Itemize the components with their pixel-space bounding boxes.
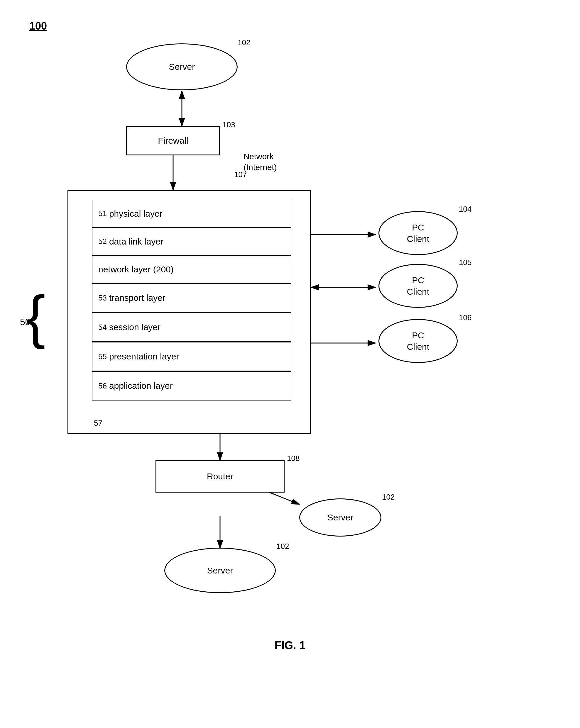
layer-56-ref: 56 xyxy=(98,382,107,391)
layer-network: network layer (200) xyxy=(92,255,291,283)
pc-client-2-ref: 105 xyxy=(459,258,472,267)
diagram: 100 Server 102 Firewall 103 Network (Int… xyxy=(0,0,580,728)
layer-application-label: application layer xyxy=(109,381,173,391)
network-label: Network (Internet) xyxy=(244,141,277,173)
server-top-label: Server xyxy=(169,62,195,72)
network-ref: 107 xyxy=(234,170,247,179)
server-bottom-oval: Server xyxy=(164,548,276,593)
layer-57-ref: 57 xyxy=(94,419,102,428)
firewall-ref: 103 xyxy=(222,120,235,129)
fig-caption: FIG. 1 xyxy=(275,639,306,652)
server-bottom-ref: 102 xyxy=(276,542,289,551)
layer-datalink: 52 data link layer xyxy=(92,228,291,255)
layer-physical: 51 physical layer xyxy=(92,200,291,228)
layer-physical-label: physical layer xyxy=(109,209,162,219)
pc-client-2-oval: PC Client xyxy=(378,264,458,308)
layer-session-label: session layer xyxy=(109,322,160,332)
layer-network-label: network layer (200) xyxy=(98,264,174,275)
server-right-label: Server xyxy=(327,513,353,522)
layer-session: 54 session layer xyxy=(92,313,291,342)
router-label: Router xyxy=(207,471,233,482)
router-box: Router xyxy=(155,460,284,493)
main-osi-box: 51 physical layer 52 data link layer net… xyxy=(68,190,311,434)
pc-client-3-label: PC Client xyxy=(407,330,429,353)
layer-presentation: 55 presentation layer xyxy=(92,342,291,371)
server-top-oval: Server xyxy=(126,44,237,90)
network-text: Network (Internet) xyxy=(244,152,277,172)
layer-transport: 53 transport layer xyxy=(92,283,291,313)
layer-presentation-label: presentation layer xyxy=(109,352,179,362)
pc-client-3-oval: PC Client xyxy=(378,319,458,363)
ref-50: 50 xyxy=(20,317,30,328)
firewall-box: Firewall xyxy=(126,126,220,155)
router-ref: 108 xyxy=(287,454,300,463)
pc-client-3-ref: 106 xyxy=(459,313,472,322)
pc-client-1-ref: 104 xyxy=(459,205,472,214)
layer-52-ref: 52 xyxy=(98,237,107,246)
layer-transport-label: transport layer xyxy=(109,293,166,303)
layer-datalink-label: data link layer xyxy=(109,237,163,246)
pc-client-1-label: PC Client xyxy=(407,222,429,244)
layer-51-ref: 51 xyxy=(98,209,107,218)
server-right-ref: 102 xyxy=(382,493,395,502)
layer-53-ref: 53 xyxy=(98,293,107,303)
ref-100: 100 xyxy=(29,20,47,32)
layer-55-ref: 55 xyxy=(98,352,107,361)
firewall-label: Firewall xyxy=(158,136,188,146)
layer-application: 56 application layer xyxy=(92,371,291,400)
server-top-ref: 102 xyxy=(237,38,250,47)
pc-client-1-oval: PC Client xyxy=(378,211,458,255)
server-bottom-label: Server xyxy=(207,566,233,575)
layer-54-ref: 54 xyxy=(98,323,107,332)
server-right-oval: Server xyxy=(299,498,381,537)
pc-client-2-label: PC Client xyxy=(407,275,429,297)
